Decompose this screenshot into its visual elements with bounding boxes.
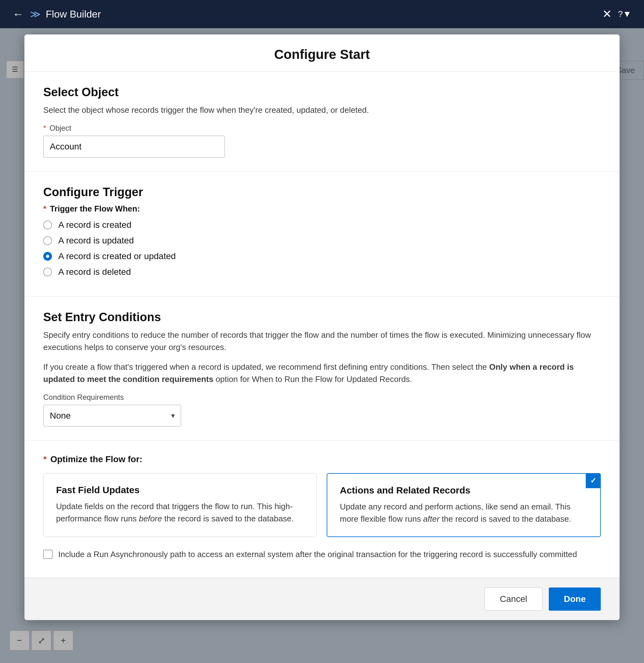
configure-start-modal: Configure Start Select Object Select the… <box>24 35 620 620</box>
async-checkbox-row: Include a Run Asynchronously path to acc… <box>43 548 601 564</box>
actions-related-title: Actions and Related Records <box>340 485 588 496</box>
select-object-section: Select Object Select the object whose re… <box>24 72 620 172</box>
flow-icon: ≫ <box>30 8 41 20</box>
radio-deleted-label: A record is deleted <box>58 267 131 277</box>
optimize-required-marker: * <box>43 454 47 464</box>
radio-option-updated[interactable]: A record is updated <box>43 236 601 246</box>
help-icon[interactable]: ?▼ <box>618 9 631 19</box>
condition-requirements-select[interactable]: None All Conditions Are Met Any Conditio… <box>43 405 181 427</box>
object-input[interactable] <box>43 136 225 158</box>
modal-title: Configure Start <box>43 47 601 62</box>
top-bar-actions: ✕ ?▼ <box>602 7 631 21</box>
radio-updated-label: A record is updated <box>58 236 134 246</box>
actions-related-desc: Update any record and perform actions, l… <box>340 501 588 525</box>
radio-created-label: A record is created <box>58 220 131 230</box>
entry-conditions-title: Set Entry Conditions <box>43 311 601 324</box>
done-button[interactable]: Done <box>549 588 601 611</box>
close-icon[interactable]: ✕ <box>602 7 612 21</box>
async-label: Include a Run Asynchronously path to acc… <box>58 548 577 561</box>
entry-conditions-desc2: If you create a flow that's triggered wh… <box>43 361 601 385</box>
back-button[interactable]: ← <box>13 7 24 21</box>
modal-footer: Cancel Done <box>24 578 620 620</box>
optimize-card-actions-related[interactable]: Actions and Related Records Update any r… <box>327 473 601 537</box>
optimize-label: * Optimize the Flow for: <box>43 454 601 464</box>
app-title: Flow Builder <box>46 8 101 20</box>
radio-created-or-updated-label: A record is created or updated <box>58 251 176 261</box>
top-bar: ← ≫ Flow Builder ✕ ?▼ <box>0 0 644 28</box>
radio-created[interactable] <box>43 221 52 229</box>
radio-option-created[interactable]: A record is created <box>43 220 601 230</box>
object-field-label: * Object <box>43 124 601 133</box>
required-marker: * <box>43 124 46 132</box>
optimize-flow-section: * Optimize the Flow for: Fast Field Upda… <box>24 440 620 578</box>
radio-updated[interactable] <box>43 236 52 245</box>
radio-option-created-or-updated[interactable]: A record is created or updated <box>43 251 601 261</box>
select-object-desc: Select the object whose records trigger … <box>43 104 601 116</box>
fast-field-updates-title: Fast Field Updates <box>56 485 304 495</box>
radio-created-or-updated[interactable] <box>43 252 52 261</box>
entry-conditions-desc1: Specify entry conditions to reduce the n… <box>43 329 601 353</box>
trigger-group-label: * Trigger the Flow When: <box>43 204 601 214</box>
condition-requirements-label: Condition Requirements <box>43 393 601 402</box>
modal-body: Select Object Select the object whose re… <box>24 72 620 578</box>
cancel-button[interactable]: Cancel <box>485 588 543 611</box>
condition-requirements-select-wrapper: None All Conditions Are Met Any Conditio… <box>43 405 181 427</box>
fast-field-updates-desc: Update fields on the record that trigger… <box>56 500 304 525</box>
radio-deleted[interactable] <box>43 268 52 276</box>
configure-trigger-section: Configure Trigger * Trigger the Flow Whe… <box>24 172 620 297</box>
optimize-cards-container: Fast Field Updates Update fields on the … <box>43 473 601 537</box>
selected-checkmark <box>586 473 601 488</box>
select-object-title: Select Object <box>43 86 601 99</box>
modal-overlay: Configure Start Select Object Select the… <box>0 28 644 663</box>
radio-option-deleted[interactable]: A record is deleted <box>43 267 601 277</box>
optimize-card-fast-field-updates[interactable]: Fast Field Updates Update fields on the … <box>43 473 317 537</box>
async-checkbox[interactable] <box>43 550 53 559</box>
set-entry-conditions-section: Set Entry Conditions Specify entry condi… <box>24 297 620 440</box>
configure-trigger-title: Configure Trigger <box>43 185 601 199</box>
trigger-required-marker: * <box>43 204 46 213</box>
modal-header: Configure Start <box>24 35 620 72</box>
